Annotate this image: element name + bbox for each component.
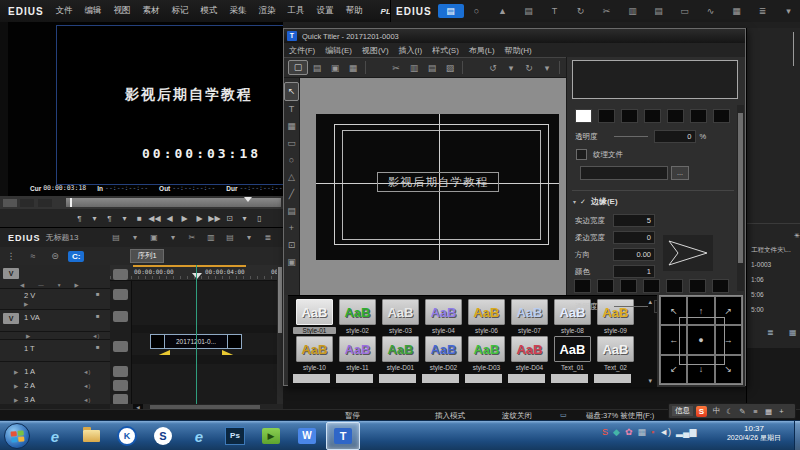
sync-mode-icon[interactable]: ⊜	[44, 251, 66, 261]
taskbar-photoshop[interactable]: Ps	[218, 422, 252, 450]
out-caret-icon[interactable]: ▾	[117, 214, 132, 223]
track-1t-header[interactable]: 1 T ■	[0, 340, 110, 362]
set-in-point-icon[interactable]: ¶	[72, 214, 87, 223]
edge-swatch[interactable]	[666, 279, 683, 293]
undo-icon[interactable]: ↺	[484, 63, 502, 73]
ime-menu-icon[interactable]: ≡	[749, 407, 762, 416]
search-icon[interactable]: ○	[464, 6, 490, 16]
style-D04[interactable]: AaB style-D04	[508, 336, 551, 371]
text-02[interactable]: AaB Text_02	[594, 336, 637, 371]
bin-list-item[interactable]: 5:00	[751, 306, 791, 321]
video-mute-badge[interactable]: V	[3, 268, 19, 279]
bin-grid-view-icon[interactable]: ▦	[789, 328, 797, 337]
play-icon[interactable]: ▶	[177, 214, 192, 223]
bin-list-view-icon[interactable]: ≣	[767, 328, 774, 337]
qt-menu-item[interactable]: 编辑(E)	[320, 45, 357, 56]
paste-icon[interactable]: ▤	[220, 233, 239, 242]
taskbar-w-app[interactable]: W	[290, 422, 324, 450]
taskbar-edius[interactable]: ▶	[254, 422, 288, 450]
texture-file-field[interactable]	[580, 166, 668, 180]
video-badge[interactable]: V	[3, 313, 19, 324]
copy-icon[interactable]: ▥	[405, 63, 423, 73]
ime-halfwidth-icon[interactable]: ☾	[723, 407, 736, 416]
collapse-caret-icon[interactable]: ▾	[573, 198, 576, 205]
show-desktop-button[interactable]	[794, 421, 800, 450]
edge-swatch[interactable]	[643, 279, 660, 293]
ime-status-label[interactable]: 信息	[672, 406, 693, 416]
align-top-icon[interactable]: ↑	[687, 296, 714, 325]
qt-canvas[interactable]: 影视后期自学教程	[316, 114, 559, 260]
expand-icon[interactable]: ▶	[14, 397, 18, 403]
bin-scrollbar[interactable]	[793, 32, 794, 66]
text-tool-icon[interactable]: T	[285, 101, 298, 118]
qt-menu-item[interactable]: 视图(V)	[357, 45, 394, 56]
bin-folder-icon[interactable]: ▤	[438, 4, 464, 18]
expand-icon[interactable]: ▶	[14, 383, 18, 389]
up-icon[interactable]: ▲	[490, 6, 516, 16]
color-swatch[interactable]	[598, 109, 615, 123]
tray-app-icon[interactable]: ▪	[651, 427, 654, 437]
title-text-object[interactable]: 影视后期自学教程	[377, 172, 499, 192]
menu-item[interactable]: 视图	[108, 5, 137, 17]
menu-item[interactable]: 文件	[50, 5, 79, 17]
edge-checkbox-icon[interactable]: ✓	[580, 198, 586, 206]
layer-tool-icon[interactable]: ▣	[285, 254, 298, 271]
bin-list-item[interactable]: 5:06	[751, 291, 791, 306]
timeline-lanes[interactable]: 20171201-0...	[132, 281, 283, 404]
menu-item[interactable]: 素材	[137, 5, 166, 17]
bin-list-item[interactable]: 工程文件夹\...	[751, 246, 791, 261]
select-tool-icon[interactable]: ↖	[284, 82, 299, 101]
playhead-line[interactable]	[196, 265, 197, 404]
lane-2v[interactable]	[132, 281, 283, 304]
patch-handle[interactable]	[113, 311, 128, 322]
scrubber-position[interactable]	[70, 198, 72, 207]
style-11[interactable]: AaB style-11	[336, 336, 379, 371]
scrub-box-2[interactable]	[20, 199, 34, 207]
start-button[interactable]	[4, 423, 30, 449]
loop-caret-icon[interactable]: ▾	[237, 214, 252, 223]
speaker-icon[interactable]: ◄)	[83, 369, 90, 375]
open-icon[interactable]: ▤	[308, 63, 326, 73]
menu-item[interactable]: 标记	[166, 5, 195, 17]
ime-lang-icon[interactable]: 中	[710, 406, 723, 416]
cut-icon[interactable]: ✂	[387, 63, 405, 73]
drive-badge[interactable]: C:	[68, 251, 84, 262]
in-caret-icon[interactable]: ▾	[87, 214, 102, 223]
separator[interactable]	[365, 61, 384, 74]
caret-icon[interactable]: ▾	[163, 233, 182, 242]
style-06[interactable]: AaB style-06	[465, 299, 508, 334]
props-scrollbar[interactable]	[737, 105, 744, 291]
browse-button[interactable]: ...	[671, 166, 689, 180]
style-D02[interactable]: AaB style-D02	[422, 336, 465, 371]
refresh-icon[interactable]: ↻	[568, 6, 594, 16]
style-scroll-down-icon[interactable]: ▾	[648, 377, 652, 385]
loop-icon[interactable]: ⊡	[222, 214, 237, 223]
set-out-point-icon[interactable]: ¶	[102, 214, 117, 223]
rewind-icon[interactable]: ◀◀	[147, 214, 162, 223]
list-view-icon[interactable]: ≣	[750, 6, 776, 16]
speaker-icon[interactable]: ◄)	[92, 333, 99, 339]
patch-handle[interactable]	[113, 289, 128, 300]
track-mute-icon[interactable]: ■	[96, 344, 100, 350]
param-value[interactable]: 1	[613, 265, 655, 278]
style-01[interactable]: AaB Style-01	[293, 299, 336, 334]
color-swatch[interactable]	[621, 109, 638, 123]
speaker-icon[interactable]: ◄)	[83, 383, 90, 389]
paste-icon[interactable]: ▤	[423, 63, 441, 73]
tray-grid-icon[interactable]: ▦	[637, 427, 646, 437]
align-bottom-icon[interactable]: ↓	[687, 355, 714, 384]
taskbar-ie2[interactable]: e	[182, 422, 216, 450]
track-mute-icon[interactable]: ■	[96, 313, 100, 319]
triangle-tool-icon[interactable]: △	[285, 169, 298, 186]
lane-1va[interactable]	[132, 303, 283, 326]
edge-swatch[interactable]	[712, 279, 729, 293]
edge-swatch[interactable]	[689, 279, 706, 293]
copy-icon[interactable]: ▥	[201, 233, 220, 242]
text-01[interactable]: AaB Text_01	[551, 336, 594, 371]
taskbar-explorer[interactable]	[74, 422, 108, 450]
tray-sogou-icon[interactable]: S	[602, 427, 608, 437]
speaker-icon[interactable]: ◄)	[659, 427, 671, 437]
speaker-icon[interactable]: ◄)	[83, 397, 90, 403]
transparency-value[interactable]: 0	[654, 130, 696, 143]
track-1va-header[interactable]: V 1 VA ■	[0, 310, 110, 332]
